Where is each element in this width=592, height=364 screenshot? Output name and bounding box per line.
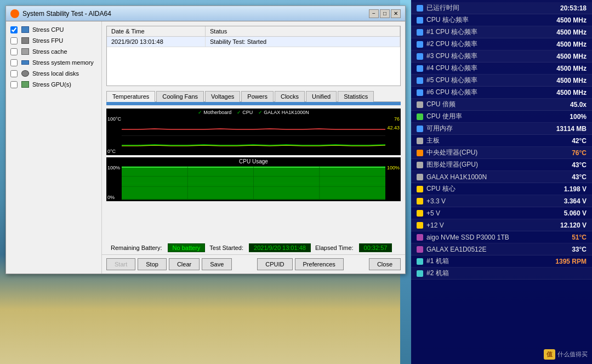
cpu-freq-label: CPU 核心频率: [426, 15, 469, 25]
cpu-vcore-value: 1.198 V: [564, 185, 587, 193]
gpu-temp-value: 43°C: [572, 161, 587, 169]
cpu-freq-value: 4500 MHz: [556, 16, 587, 24]
cpu-chart-value: 100%: [387, 165, 400, 170]
sensor-row-v12: +12 V 12.120 V: [411, 219, 592, 231]
chart-value-2: 42.43: [387, 125, 400, 130]
sensor-row-v33: +3.3 V 3.364 V: [411, 195, 592, 207]
chart-tabs: Temperatures Cooling Fans Voltages Power…: [106, 90, 401, 102]
test-started-label: Test Started:: [209, 244, 243, 251]
cpu-temp-icon: [417, 150, 423, 156]
tab-clocks[interactable]: Clocks: [275, 91, 305, 102]
fan1-icon: [417, 258, 423, 265]
stress-memory-checkbox[interactable]: [10, 59, 18, 66]
stress-disks-checkbox[interactable]: [10, 70, 18, 77]
cpu1-freq-value: 4500 MHz: [556, 29, 587, 36]
avail-mem-label: 可用内存: [426, 124, 453, 133]
tab-temperatures[interactable]: Temperatures: [106, 91, 155, 102]
tab-statistics[interactable]: Statistics: [338, 91, 374, 102]
stress-cpu-checkbox[interactable]: [10, 26, 18, 33]
stress-cache-checkbox[interactable]: [10, 48, 18, 55]
stress-cpu-option[interactable]: Stress CPU: [10, 26, 97, 33]
cpu6-freq-label: #6 CPU 核心频率: [426, 88, 477, 97]
tab-powers[interactable]: Powers: [241, 91, 274, 102]
stress-cache-label: Stress cache: [32, 48, 67, 55]
cpu-mult-value: 45.0x: [570, 101, 587, 109]
galax-temp-value: 43°C: [572, 173, 587, 181]
start-button[interactable]: Start: [106, 258, 135, 270]
stress-disks-option[interactable]: Stress local disks: [10, 70, 97, 77]
cpu-usage-chart: CPU Usage 100% 0% 100%: [106, 157, 401, 201]
cpu-mult-label: CPU 倍频: [426, 100, 456, 109]
fan2-label: #2 机箱: [426, 269, 449, 278]
cpu4-freq-value: 4500 MHz: [556, 65, 587, 72]
stop-button[interactable]: Stop: [138, 258, 167, 270]
watermark-text: 什么值得买: [557, 350, 588, 359]
sensor-row-v5: +5 V 5.060 V: [411, 207, 592, 219]
cpuid-button[interactable]: CPUID: [257, 258, 292, 270]
sensor-row-galax-temp: GALAX HA1K1000N 43°C: [411, 171, 592, 183]
stress-fpu-checkbox[interactable]: [10, 37, 18, 44]
sensor-row-cpu1-freq: #1 CPU 核心频率 4500 MHz: [411, 26, 592, 38]
window-title: System Stability Test - AIDA64: [22, 10, 369, 18]
cpu-freq-icon: [417, 17, 423, 24]
battery-value: No battery: [168, 243, 206, 252]
maximize-button[interactable]: □: [380, 9, 390, 18]
galax-temp-label: GALAX HA1K1000N: [426, 173, 487, 181]
chart-bottom-label: 0°C: [107, 149, 116, 154]
stress-gpu-checkbox[interactable]: [10, 81, 18, 88]
status-header: Status: [206, 26, 400, 36]
stress-fpu-option[interactable]: Stress FPU: [10, 37, 97, 44]
cpu5-freq-value: 4500 MHz: [556, 77, 587, 84]
chart-value-1: 76: [394, 116, 400, 122]
test-started-value: 2021/9/20 13:01:48: [249, 243, 311, 252]
sensor-row-cpu2-freq: #2 CPU 核心频率 4500 MHz: [411, 38, 592, 50]
galax-ssd-icon: [417, 246, 423, 253]
close-window-button[interactable]: ✕: [391, 9, 401, 18]
tab-cooling-fans[interactable]: Cooling Fans: [156, 91, 204, 102]
log-area: Date & Time Status 2021/9/20 13:01:48 St…: [106, 26, 401, 86]
minimize-button[interactable]: −: [369, 9, 379, 18]
tab-voltages[interactable]: Voltages: [205, 91, 240, 102]
stress-cache-option[interactable]: Stress cache: [10, 48, 97, 55]
cpu4-freq-icon: [417, 65, 423, 72]
galax-ssd-label: GALAX EA1D0512E: [426, 246, 486, 253]
stress-gpu-option[interactable]: Stress GPU(s): [10, 81, 97, 88]
sensor-row-fan2: #2 机箱: [411, 268, 592, 280]
cpu-chart-bottom-label: 0%: [107, 195, 115, 200]
cpu4-freq-label: #4 CPU 核心频率: [426, 64, 477, 73]
cpu2-freq-value: 4500 MHz: [556, 41, 587, 48]
v12-value: 12.120 V: [560, 221, 587, 229]
fan1-value: 1395 RPM: [555, 258, 587, 265]
avail-mem-value: 13114 MB: [556, 125, 587, 133]
v12-label: +12 V: [426, 221, 444, 229]
sensor-row-cpu3-freq: #3 CPU 核心频率 4500 MHz: [411, 50, 592, 62]
save-button[interactable]: Save: [202, 258, 232, 270]
main-window: System Stability Test - AIDA64 − □ ✕ Str…: [5, 5, 406, 274]
status-bar: Remaining Battery: No battery Test Start…: [106, 241, 401, 254]
clear-button[interactable]: Clear: [169, 258, 200, 270]
stress-memory-option[interactable]: Stress system memory: [10, 59, 97, 66]
sensor-row-fan1: #1 机箱 1395 RPM: [411, 255, 592, 268]
sensor-panel: 已运行时间 20:53:18 CPU 核心频率 4500 MHz #1 CPU …: [411, 0, 592, 364]
datetime-header: Date & Time: [107, 26, 206, 36]
elapsed-value: 00:32:57: [359, 243, 392, 252]
runtime-icon: [417, 5, 423, 12]
fan2-icon: [417, 270, 423, 277]
log-row: 2021/9/20 13:01:48 Stability Test: Start…: [107, 37, 400, 47]
cpu2-freq-label: #2 CPU 核心频率: [426, 39, 477, 49]
cpu-chart-svg: [122, 166, 385, 200]
cpu-vcore-icon: [417, 186, 423, 192]
sensor-row-cpu5-freq: #5 CPU 核心频率 4500 MHz: [411, 75, 592, 87]
sensor-row-gpu-temp: 图形处理器(GPU) 43°C: [411, 159, 592, 171]
aigo-ssd-label: aigo NVMe SSD P3000 1TB: [426, 234, 509, 241]
cpu-temp-value: 76°C: [572, 149, 587, 157]
sensor-row-runtime: 已运行时间 20:53:18: [411, 2, 592, 14]
aigo-ssd-icon: [417, 234, 423, 241]
tab-unified[interactable]: Unified: [306, 91, 337, 102]
close-button[interactable]: Close: [369, 258, 401, 270]
cpu5-freq-icon: [417, 77, 423, 84]
button-bar: Start Stop Clear Save CPUID Preferences …: [102, 254, 405, 274]
v33-label: +3.3 V: [426, 197, 446, 205]
v5-value: 5.060 V: [564, 209, 587, 217]
preferences-button[interactable]: Preferences: [295, 258, 344, 270]
